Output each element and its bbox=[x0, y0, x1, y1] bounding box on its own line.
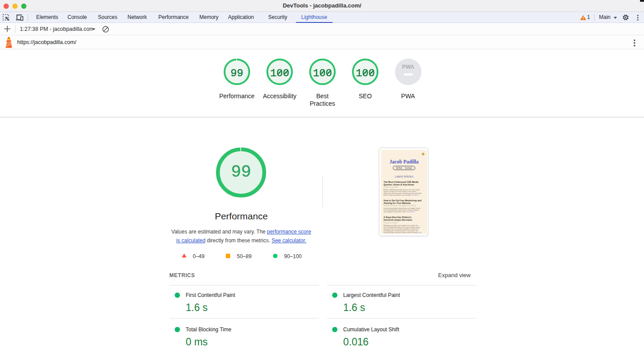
svg-text:100: 100 bbox=[356, 67, 374, 79]
svg-text:PWA: PWA bbox=[402, 64, 415, 70]
svg-text:100: 100 bbox=[313, 67, 332, 79]
svg-text:99: 99 bbox=[231, 163, 251, 182]
svg-text:99: 99 bbox=[231, 67, 243, 79]
svg-text:100: 100 bbox=[270, 67, 289, 79]
